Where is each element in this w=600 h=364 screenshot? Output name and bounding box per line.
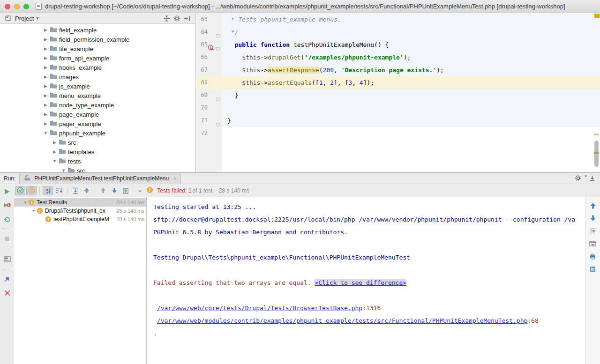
collapse-all-icon[interactable] xyxy=(82,186,92,195)
project-tree-item-pager_example[interactable]: ▶pager_example xyxy=(0,119,195,128)
gutter-icon-slot xyxy=(208,51,215,64)
project-tree-item-js_example[interactable]: ▶js_example xyxy=(0,82,195,91)
project-tree-item-field_permission_example[interactable]: ▶field_permission_example xyxy=(0,35,195,44)
console-hyperlink[interactable]: /var/www/web/modules/contrib/examples/ph… xyxy=(157,317,528,324)
chevron-collapsed-icon[interactable]: ▶ xyxy=(43,103,49,107)
jump-to-source-icon[interactable] xyxy=(588,226,598,236)
project-tree-item-node_type_example[interactable]: ▶node_type_example xyxy=(0,100,195,110)
stop-icon[interactable] xyxy=(2,234,12,244)
test-failed-run-icon[interactable]: ! xyxy=(208,42,214,48)
project-tree-item-phpunit_example[interactable]: ▼phpunit_example xyxy=(0,128,195,138)
code-line-text[interactable]: */ xyxy=(222,26,600,38)
sort-by-duration-icon[interactable] xyxy=(54,186,64,195)
close-tab-icon[interactable]: × xyxy=(173,176,176,181)
chevron-collapsed-icon[interactable]: ▶ xyxy=(43,56,49,60)
rerun-icon[interactable] xyxy=(2,187,12,196)
project-tree-item-src[interactable]: ▶src xyxy=(0,138,195,147)
chevron-collapsed-icon[interactable]: ▶ xyxy=(43,46,49,51)
up-stacktrace-icon[interactable] xyxy=(588,201,598,210)
project-tree-item-menu_example[interactable]: ▶menu_example xyxy=(0,91,195,100)
chevron-expanded-icon[interactable]: ▼ xyxy=(52,159,58,163)
code-line-text[interactable]: } xyxy=(222,89,600,102)
minimize-window-icon[interactable] xyxy=(14,4,20,9)
project-tree-item-src[interactable]: ▼src xyxy=(0,166,195,172)
sort-alphabetically-icon[interactable]: az xyxy=(43,186,53,195)
fold-region-slot xyxy=(215,102,222,114)
project-tree-item-page_example[interactable]: ▶page_example xyxy=(0,110,195,119)
gutter-icon-slot xyxy=(208,26,215,38)
rerun-failed-icon[interactable]: ! xyxy=(2,201,12,210)
chevron-collapsed-icon[interactable]: ▶ xyxy=(43,65,49,70)
code-line-text[interactable]: $this->assertEquals([1, 2], [3, 4]); xyxy=(222,76,600,89)
show-passed-icon[interactable] xyxy=(15,186,25,195)
inspection-indicator-icon[interactable] xyxy=(594,14,600,18)
expand-all-icon[interactable] xyxy=(70,186,81,195)
close-x-icon[interactable] xyxy=(2,288,12,297)
toggle-auto-test-icon[interactable] xyxy=(2,214,12,223)
project-tree-item-images[interactable]: ▶images xyxy=(0,72,195,82)
test-tree-item[interactable]: ▼!Test Results28 s 140 ms xyxy=(14,198,146,207)
print-icon[interactable] xyxy=(588,252,598,261)
chevron-collapsed-icon[interactable]: ▶ xyxy=(43,121,49,126)
editor-empty-area[interactable] xyxy=(222,140,600,172)
chevron-collapsed-icon[interactable]: ▶ xyxy=(43,28,49,32)
show-ignored-icon[interactable] xyxy=(26,186,37,195)
code-line-text[interactable]: $this->drupalGet('/examples/phpunit-exam… xyxy=(222,51,600,64)
code-line-text[interactable]: public function testPhpUnitExampleMenu()… xyxy=(222,38,600,51)
project-tree-item-hooks_example[interactable]: ▶hooks_example xyxy=(0,63,195,72)
project-tree-item-templates[interactable]: ▶templates xyxy=(0,147,195,156)
next-occurrence-icon[interactable] xyxy=(109,186,120,195)
hide-down-icon[interactable] xyxy=(587,174,597,183)
select-opened-file-icon[interactable] xyxy=(161,14,172,23)
import-test-results-icon[interactable] xyxy=(120,186,131,195)
editor-scrollbar-thumb[interactable] xyxy=(594,141,599,167)
line-number: 70 xyxy=(195,102,208,114)
clear-all-icon[interactable] xyxy=(588,264,598,274)
console-line: sftp://docker@drupaltest.docksal:2225/us… xyxy=(153,213,585,226)
zoom-window-icon[interactable] xyxy=(23,4,29,9)
close-window-icon[interactable] xyxy=(5,4,10,9)
chevron-collapsed-icon[interactable]: ▶ xyxy=(43,74,49,79)
run-configuration-tab[interactable]: php PHPUnitExampleMenuTest.testPhpUnitEx… xyxy=(19,173,180,184)
code-editor[interactable]: 63 * Tests phpunit_example menus.64 */65… xyxy=(195,13,600,172)
test-console-output[interactable]: Testing started at 13:25 ...sftp://docke… xyxy=(147,197,585,364)
code-line-text[interactable]: $this->assertResponse(200, 'Description … xyxy=(222,64,600,76)
chevron-collapsed-icon[interactable]: ▶ xyxy=(52,149,58,154)
more-chevron-icon[interactable]: » xyxy=(138,187,142,194)
code-line-text[interactable]: * Tests phpunit_example menus. xyxy=(222,13,600,26)
settings-icon[interactable] xyxy=(573,174,583,183)
code-line-text[interactable] xyxy=(222,102,600,114)
previous-occurrence-icon[interactable] xyxy=(98,186,108,195)
pin-icon[interactable] xyxy=(2,275,12,284)
code-line-text[interactable] xyxy=(222,127,600,140)
collapse-panel-icon[interactable] xyxy=(182,14,192,23)
chevron-collapsed-icon[interactable]: ▶ xyxy=(43,84,49,89)
chevron-expanded-icon[interactable]: ▼ xyxy=(60,168,67,172)
project-tree-item-form_api_example[interactable]: ▶form_api_example xyxy=(0,53,195,63)
test-tree-item[interactable]: ▼!Drupal\Tests\phpunit_ex 28 s 140 ms xyxy=(14,207,146,215)
console-toolbar xyxy=(585,197,600,364)
chevron-collapsed-icon[interactable]: ▶ xyxy=(43,112,49,117)
console-hyperlink[interactable]: /var/www/web/core/tests/Drupal/Tests/Bro… xyxy=(157,305,362,312)
project-tree-item-field_example[interactable]: ▶field_example xyxy=(0,25,195,35)
folder-icon xyxy=(50,101,57,109)
code-line-text[interactable]: } xyxy=(222,114,600,127)
editor-gutter: 64 xyxy=(195,26,222,38)
project-tree-item-file_example[interactable]: ▶file_example xyxy=(0,44,195,53)
chevron-collapsed-icon[interactable]: ▶ xyxy=(43,37,49,42)
chevron-expanded-icon[interactable]: ▼ xyxy=(31,209,37,213)
test-tree-item[interactable]: !testPhpUnitExampleM28 s 140 ms xyxy=(14,215,146,223)
error-stripe-warning-mark[interactable] xyxy=(594,134,599,135)
chevron-collapsed-icon[interactable]: ▶ xyxy=(52,140,58,145)
chevron-down-icon[interactable]: ▼ xyxy=(35,16,39,21)
chevron-expanded-icon[interactable]: ▼ xyxy=(43,131,49,135)
settings-icon[interactable] xyxy=(172,14,182,23)
chevron-collapsed-icon[interactable]: ▶ xyxy=(43,93,49,98)
project-tree-item-tests[interactable]: ▼tests xyxy=(0,156,195,166)
chevron-expanded-icon[interactable]: ▼ xyxy=(22,201,28,205)
restore-layout-icon[interactable] xyxy=(2,254,12,264)
project-panel-title[interactable]: Project xyxy=(15,15,34,22)
console-hyperlink[interactable]: <Click to see difference> xyxy=(315,279,406,286)
export-test-results-icon[interactable] xyxy=(588,239,598,248)
down-stacktrace-icon[interactable] xyxy=(588,214,598,223)
